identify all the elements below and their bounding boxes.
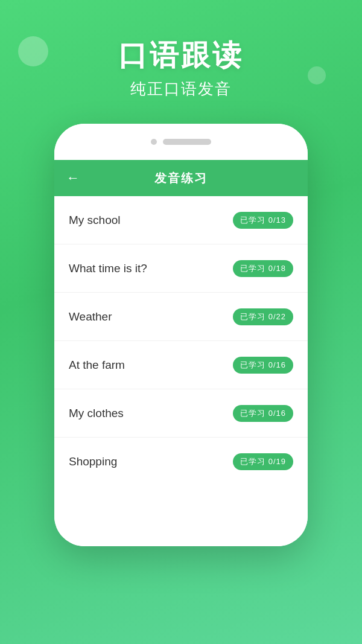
phone-speaker-bar <box>163 139 211 145</box>
item-label: What time is it? <box>69 262 147 275</box>
phone-top-bar <box>54 124 308 160</box>
list-container: My school已学习 0/13What time is it?已学习 0/1… <box>54 196 308 486</box>
deco-circle-right <box>308 66 326 84</box>
phone-mockup: ← 发音练习 My school已学习 0/13What time is it?… <box>54 124 308 546</box>
item-badge: 已学习 0/16 <box>233 357 293 374</box>
phone-speaker-dot <box>151 139 157 145</box>
item-badge: 已学习 0/22 <box>233 308 293 325</box>
item-badge: 已学习 0/19 <box>233 453 293 470</box>
list-item[interactable]: My school已学习 0/13 <box>54 196 308 244</box>
item-label: At the farm <box>69 359 125 372</box>
list-item[interactable]: Weather已学习 0/22 <box>54 293 308 341</box>
item-label: My school <box>69 214 121 227</box>
item-badge: 已学习 0/18 <box>233 260 293 277</box>
back-button[interactable]: ← <box>66 170 80 186</box>
item-label: Weather <box>69 310 112 324</box>
app-header: ← 发音练习 <box>54 160 308 196</box>
item-badge: 已学习 0/13 <box>233 212 293 229</box>
list-item[interactable]: What time is it?已学习 0/18 <box>54 244 308 293</box>
list-item[interactable]: At the farm已学习 0/16 <box>54 341 308 389</box>
list-item[interactable]: My clothes已学习 0/16 <box>54 389 308 438</box>
deco-circle-left <box>18 36 48 66</box>
item-label: My clothes <box>69 407 124 420</box>
header-subtitle: 纯正口语发音 <box>118 78 244 100</box>
list-item[interactable]: Shopping已学习 0/19 <box>54 438 308 486</box>
item-badge: 已学习 0/16 <box>233 405 293 422</box>
header-area: 口语跟读 纯正口语发音 <box>118 36 244 100</box>
phone-bottom <box>54 486 308 546</box>
header-title: 口语跟读 <box>118 36 244 75</box>
item-label: Shopping <box>69 455 117 468</box>
app-header-title: 发音练习 <box>54 170 308 187</box>
